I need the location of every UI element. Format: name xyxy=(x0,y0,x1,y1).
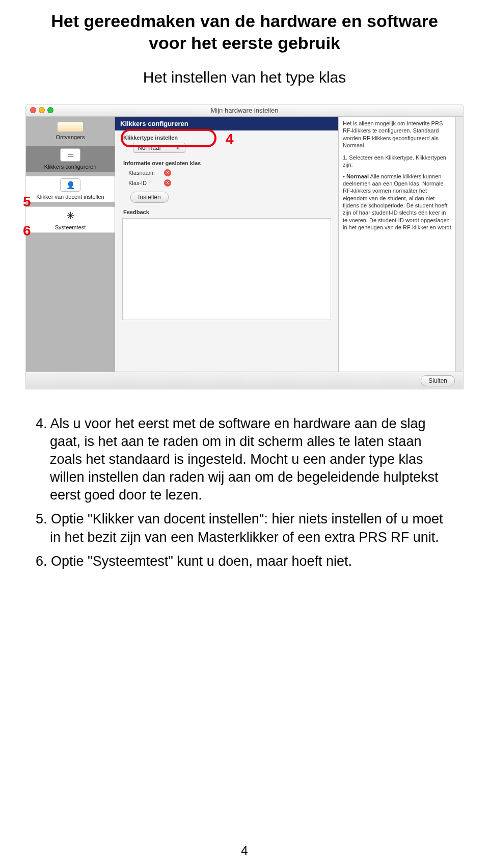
help-panel: Het is alleen mogelijk om Interwrite PRS… xyxy=(338,117,455,372)
sidebar-item-docent-instellen[interactable]: 👤 Klikker van docent instellen xyxy=(26,176,115,202)
center-pane: Klikkers configureren Klikkertype instel… xyxy=(115,117,338,372)
klasid-label: Klas-ID xyxy=(128,180,163,186)
klasid-row: Klas-ID × xyxy=(128,179,338,187)
window-footer: Sluiten xyxy=(26,372,463,389)
klasnaam-row: Klasnaam: × xyxy=(128,169,338,176)
section-feedback: Feedback xyxy=(123,209,338,215)
feedback-textbox[interactable] xyxy=(122,218,331,320)
sidebar: Ontvangers ▭ Klikkers configureren 👤 Kli… xyxy=(26,117,115,372)
klasnaam-label: Klasnaam: xyxy=(128,170,163,176)
title-line1: Het gereedmaken van de hardware en softw… xyxy=(51,11,438,31)
instellen-button[interactable]: Instellen xyxy=(130,192,169,203)
minimize-icon[interactable] xyxy=(39,107,45,113)
doc-subtitle: Het instellen van het type klas xyxy=(25,69,464,86)
clicker-icon: ▭ xyxy=(60,148,80,162)
annotation-number-4: 4 xyxy=(226,131,234,147)
help-para1: Het is alleen mogelijk om Interwrite PRS… xyxy=(343,120,451,149)
clear-klasid-icon[interactable]: × xyxy=(164,179,171,187)
sidebar-item-label: Klikkers configureren xyxy=(44,164,97,170)
sidebar-item-label: Ontvangers xyxy=(56,134,85,140)
sidebar-item-label: Systeemtest xyxy=(55,224,86,230)
systemtest-icon: ✳ xyxy=(60,209,80,222)
list-item-4: 4. Als u voor het eerst met de software … xyxy=(36,415,453,504)
help-step1: 1. Selecteer een Klikkertype. Klikkertyp… xyxy=(343,154,451,169)
list-item-6: 6. Optie "Systeemtest" kunt u doen, maar… xyxy=(36,553,453,570)
klikkertype-dropdown[interactable]: Normaal ⇵ xyxy=(133,143,185,153)
dropdown-value: Normaal xyxy=(138,144,160,151)
title-line2: voor het eerste gebruik xyxy=(149,33,340,52)
help-bullet: • Normaal Alle normale klikkers kunnen d… xyxy=(343,173,451,231)
annotation-number-6: 6 xyxy=(23,223,31,239)
list-item-5: 5. Optie "Klikker van docent instellen":… xyxy=(36,510,453,546)
help-scrollbar[interactable] xyxy=(455,117,463,372)
chevron-updown-icon: ⇵ xyxy=(175,145,181,151)
teacher-clicker-icon: 👤 xyxy=(60,178,80,192)
panel-header: Klikkers configureren xyxy=(115,117,338,130)
window-title: Mijn hardware instellen xyxy=(211,107,279,114)
traffic-lights xyxy=(30,107,53,113)
page-number: 4 xyxy=(0,844,489,858)
usb-receiver-icon xyxy=(57,122,84,132)
sidebar-item-label: Klikker van docent instellen xyxy=(36,194,104,200)
sidebar-item-systeemtest[interactable]: ✳ Systeemtest xyxy=(26,206,115,233)
section-gesloten-klas: Informatie over gesloten klas xyxy=(123,160,338,166)
sidebar-item-ontvangers[interactable]: Ontvangers xyxy=(26,120,115,142)
sluiten-button[interactable]: Sluiten xyxy=(421,375,455,386)
annotation-number-5: 5 xyxy=(23,194,31,210)
zoom-icon[interactable] xyxy=(47,107,53,113)
sidebar-item-klikkers-configureren[interactable]: ▭ Klikkers configureren xyxy=(26,146,115,172)
window-titlebar: Mijn hardware instellen xyxy=(26,104,463,117)
clear-klasnaam-icon[interactable]: × xyxy=(164,169,171,176)
close-icon[interactable] xyxy=(30,107,36,113)
doc-title: Het gereedmaken van de hardware en softw… xyxy=(25,10,464,54)
help-bullet-body: Alle normale klikkers kunnen deelnemen a… xyxy=(343,173,451,230)
screenshot-window: Mijn hardware instellen Ontvangers ▭ Kli… xyxy=(25,104,464,389)
help-bullet-title: Normaal xyxy=(346,173,369,179)
